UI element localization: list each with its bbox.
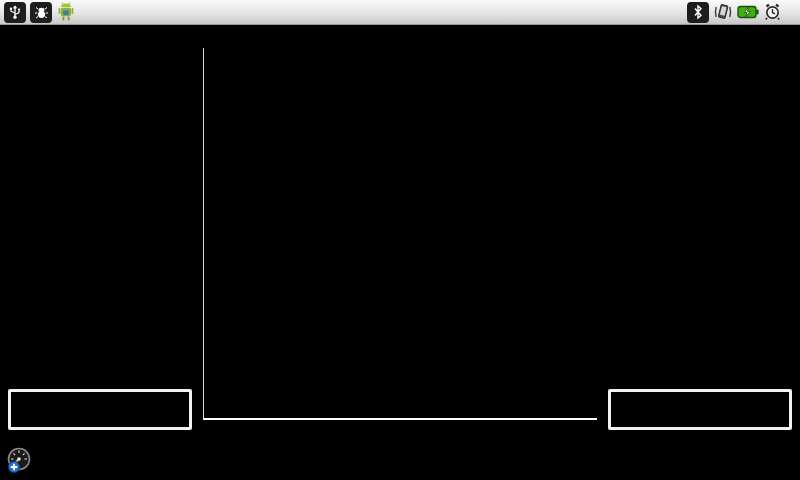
gauge-title: [15, 305, 185, 326]
gauge-header: [15, 62, 185, 83]
gauge-header: [15, 143, 185, 164]
battery-charging-icon: [737, 4, 759, 20]
gauge-header: [615, 305, 785, 326]
vems-display-logo: [28, 43, 32, 46]
gauge-title: [615, 305, 785, 326]
gauge-title: [615, 62, 785, 83]
gauge-panel-rpm[interactable]: [8, 57, 192, 129]
android-debug-icon: [30, 2, 52, 23]
left-gauge-column: [8, 48, 192, 443]
rpm-chart-panel[interactable]: [202, 48, 598, 443]
gauge-panel-mat[interactable]: [8, 219, 192, 291]
android-status-bar: [0, 0, 800, 25]
gauge-panel-road-speed[interactable]: [608, 57, 792, 129]
android-app-icon: [56, 1, 76, 23]
vems-display-app: [0, 0, 800, 480]
gauge-header: [615, 143, 785, 164]
alarm-clock-icon: [763, 3, 782, 21]
gauge-header: [615, 224, 785, 245]
gauge-title: [615, 143, 785, 164]
add-new-button[interactable]: [6, 447, 39, 474]
gauge-title: [15, 143, 185, 164]
gauge-panel-map[interactable]: [8, 138, 192, 210]
gauge-header: [15, 224, 185, 245]
gauge-header: [15, 305, 185, 326]
vibrate-icon: [713, 3, 733, 21]
gauge-panel-throttle-position[interactable]: [608, 219, 792, 291]
gauge-title: [15, 224, 185, 245]
dashboard-main: [8, 48, 792, 443]
right-gauge-column: [608, 48, 792, 443]
gauge-title: [615, 224, 785, 245]
chart-footer: [202, 420, 598, 441]
gauge-header: [615, 62, 785, 83]
decel-status-box: [608, 389, 792, 430]
add-gauge-icon: [6, 447, 33, 474]
gauge-panel-lambda[interactable]: [608, 300, 792, 372]
gauge-panel-battery-voltage[interactable]: [608, 138, 792, 210]
status-left-icons: [4, 1, 76, 23]
rpm-chart-plot-area: [203, 48, 597, 418]
gauge-title: [15, 62, 185, 83]
gauge-panel-gear[interactable]: [8, 300, 192, 372]
usb-icon: [4, 2, 26, 23]
bluetooth-icon: [687, 2, 709, 23]
accel-status-box: [8, 389, 192, 430]
status-right-icons: [687, 2, 796, 23]
app-title-bar: [0, 25, 800, 48]
bottom-bar: [0, 443, 800, 480]
